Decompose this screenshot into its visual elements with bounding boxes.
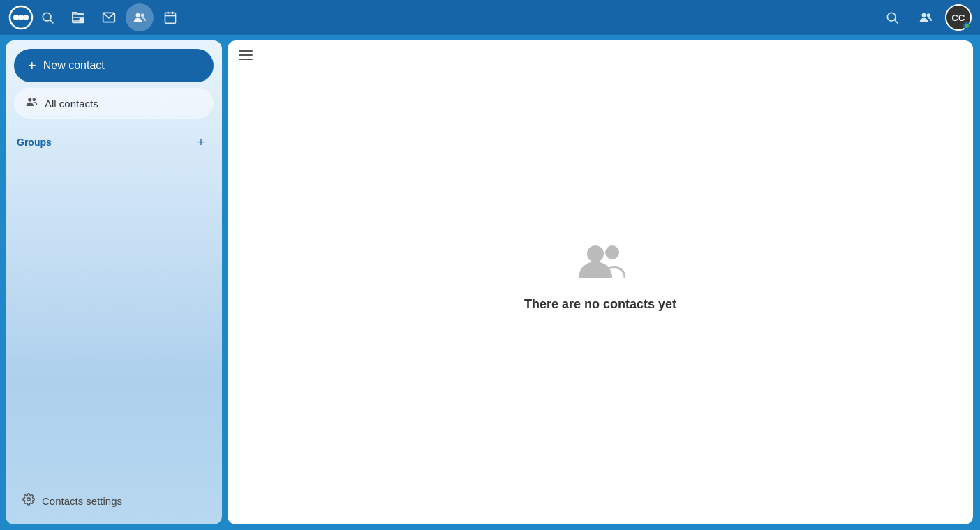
contacts-settings-label: Contacts settings — [42, 495, 122, 507]
main-layout: + New contact All contacts Groups + — [0, 35, 980, 530]
search-nav-icon[interactable] — [34, 3, 61, 31]
svg-point-18 — [28, 98, 31, 101]
files-nav-icon[interactable] — [64, 3, 92, 31]
svg-point-3 — [23, 15, 29, 20]
svg-rect-10 — [165, 13, 176, 23]
empty-contacts-icon — [576, 241, 625, 286]
empty-state-text: There are no contacts yet — [524, 297, 676, 312]
all-contacts-icon — [25, 96, 38, 112]
add-group-button[interactable]: + — [191, 132, 211, 152]
svg-point-14 — [887, 13, 896, 21]
topbar-right: CC — [878, 3, 972, 31]
sidebar: + New contact All contacts Groups + — [6, 40, 222, 524]
groups-label: Groups — [17, 137, 52, 148]
svg-point-2 — [18, 15, 24, 20]
groups-section: Groups + — [14, 132, 214, 152]
nextcloud-logo[interactable] — [8, 5, 34, 30]
svg-point-9 — [141, 13, 144, 17]
svg-point-16 — [922, 13, 926, 17]
topbar: CC — [0, 0, 980, 35]
svg-point-4 — [43, 13, 51, 21]
contacts-settings-button[interactable]: Contacts settings — [14, 485, 214, 516]
svg-point-22 — [605, 245, 619, 259]
global-search-icon[interactable] — [878, 3, 906, 31]
svg-line-15 — [895, 20, 898, 24]
new-contact-button[interactable]: + New contact — [14, 49, 214, 82]
svg-point-17 — [927, 13, 930, 17]
new-contact-label: New contact — [43, 59, 105, 72]
hamburger-menu-icon[interactable] — [239, 50, 253, 60]
online-status-dot — [963, 22, 970, 29]
plus-icon: + — [28, 58, 36, 74]
all-contacts-label: All contacts — [45, 98, 98, 109]
contacts-nav-icon[interactable] — [126, 3, 154, 31]
main-content: There are no contacts yet — [228, 40, 973, 524]
mail-nav-icon[interactable] — [95, 3, 123, 31]
svg-point-1 — [13, 15, 19, 20]
svg-rect-6 — [80, 18, 84, 23]
contacts-menu-icon[interactable] — [912, 3, 940, 31]
svg-point-19 — [33, 98, 36, 101]
settings-gear-icon — [22, 493, 35, 509]
svg-point-8 — [136, 13, 140, 17]
svg-point-21 — [587, 245, 604, 262]
sidebar-bottom: Contacts settings — [14, 485, 214, 516]
all-contacts-item[interactable]: All contacts — [14, 88, 214, 119]
calendar-nav-icon[interactable] — [156, 3, 184, 31]
user-avatar[interactable]: CC — [945, 4, 972, 31]
content-header — [228, 40, 973, 70]
nav-icons — [34, 3, 184, 31]
empty-state: There are no contacts yet — [228, 70, 973, 524]
svg-line-5 — [50, 20, 54, 24]
svg-point-20 — [27, 497, 31, 501]
